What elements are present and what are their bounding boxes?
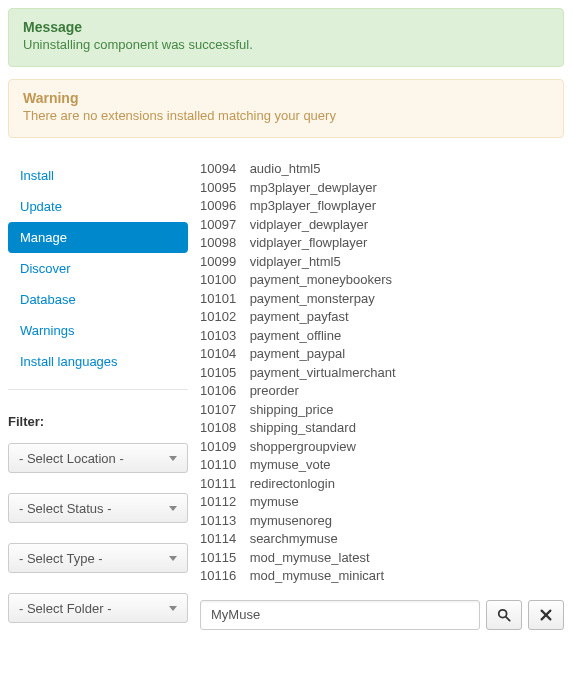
alert-success: Message Uninstalling component was succe…	[8, 8, 564, 67]
close-icon	[539, 608, 553, 622]
list-item-id: 10104	[200, 345, 246, 364]
list-item-name: redirectonlogin	[250, 476, 335, 491]
list-item-name: searchmymuse	[250, 531, 338, 546]
list-item: 10109 shoppergroupview	[200, 438, 564, 457]
list-item-id: 10105	[200, 364, 246, 383]
list-item-name: payment_monsterpay	[250, 291, 375, 306]
clear-button[interactable]	[528, 600, 564, 630]
list-item-name: mymuse	[250, 494, 299, 509]
list-item-id: 10100	[200, 271, 246, 290]
list-item-id: 10101	[200, 290, 246, 309]
list-item-id: 10107	[200, 401, 246, 420]
list-item-name: mp3player_flowplayer	[250, 198, 376, 213]
list-item-id: 10099	[200, 253, 246, 272]
sidebar-item-discover[interactable]: Discover	[8, 253, 188, 284]
alert-warning: Warning There are no extensions installe…	[8, 79, 564, 138]
list-item: 10107 shipping_price	[200, 401, 564, 420]
list-item: 10103 payment_offline	[200, 327, 564, 346]
list-item: 10098 vidplayer_flowplayer	[200, 234, 564, 253]
list-item-id: 10110	[200, 456, 246, 475]
sidebar-item-install-languages[interactable]: Install languages	[8, 346, 188, 377]
list-item-name: vidplayer_dewplayer	[250, 217, 369, 232]
list-item-id: 10116	[200, 567, 246, 586]
list-item: 10111 redirectonlogin	[200, 475, 564, 494]
list-item: 10094 audio_html5	[200, 160, 564, 179]
filter-location-value: - Select Location -	[19, 451, 124, 466]
list-item-name: vidplayer_flowplayer	[250, 235, 368, 250]
sidebar: Install Update Manage Discover Database …	[8, 160, 188, 643]
list-item: 10096 mp3player_flowplayer	[200, 197, 564, 216]
list-item: 10115 mod_mymuse_latest	[200, 549, 564, 568]
list-item-id: 10096	[200, 197, 246, 216]
list-item: 10114 searchmymuse	[200, 530, 564, 549]
list-item-id: 10106	[200, 382, 246, 401]
list-item-id: 10102	[200, 308, 246, 327]
chevron-down-icon	[169, 606, 177, 611]
list-item: 10102 payment_payfast	[200, 308, 564, 327]
sidebar-item-update[interactable]: Update	[8, 191, 188, 222]
alert-success-title: Message	[23, 19, 549, 35]
list-item-id: 10109	[200, 438, 246, 457]
list-item-name: preorder	[250, 383, 299, 398]
filter-folder-select[interactable]: - Select Folder -	[8, 593, 188, 623]
list-item-name: mod_mymuse_latest	[250, 550, 370, 565]
alert-warning-text: There are no extensions installed matchi…	[23, 108, 549, 123]
filter-type-value: - Select Type -	[19, 551, 103, 566]
extension-list: 10094 audio_html510095 mp3player_dewplay…	[200, 160, 564, 586]
list-item: 10097 vidplayer_dewplayer	[200, 216, 564, 235]
list-item: 10099 vidplayer_html5	[200, 253, 564, 272]
alert-success-text: Uninstalling component was successful.	[23, 37, 549, 52]
filter-type-select[interactable]: - Select Type -	[8, 543, 188, 573]
list-item-name: mymuse_vote	[250, 457, 331, 472]
alert-warning-title: Warning	[23, 90, 549, 106]
list-item-name: payment_moneybookers	[250, 272, 392, 287]
list-item-id: 10115	[200, 549, 246, 568]
list-item: 10101 payment_monsterpay	[200, 290, 564, 309]
list-item: 10116 mod_mymuse_minicart	[200, 567, 564, 586]
list-item-name: payment_offline	[250, 328, 342, 343]
list-item-id: 10111	[200, 475, 246, 494]
filter-location-select[interactable]: - Select Location -	[8, 443, 188, 473]
list-item-name: shipping_price	[250, 402, 334, 417]
sidebar-item-database[interactable]: Database	[8, 284, 188, 315]
list-item-id: 10098	[200, 234, 246, 253]
chevron-down-icon	[169, 456, 177, 461]
list-item: 10100 payment_moneybookers	[200, 271, 564, 290]
list-item-name: payment_paypal	[250, 346, 345, 361]
list-item-name: mod_mymuse_minicart	[250, 568, 384, 583]
list-item-id: 10097	[200, 216, 246, 235]
sidebar-item-install[interactable]: Install	[8, 160, 188, 191]
chevron-down-icon	[169, 506, 177, 511]
list-item-name: payment_payfast	[250, 309, 349, 324]
list-item-name: mymusenoreg	[250, 513, 332, 528]
search-input[interactable]	[200, 600, 480, 630]
list-item: 10113 mymusenoreg	[200, 512, 564, 531]
sidebar-item-warnings[interactable]: Warnings	[8, 315, 188, 346]
filter-status-select[interactable]: - Select Status -	[8, 493, 188, 523]
list-item-id: 10094	[200, 160, 246, 179]
list-item-id: 10095	[200, 179, 246, 198]
search-button[interactable]	[486, 600, 522, 630]
sidebar-item-manage[interactable]: Manage	[8, 222, 188, 253]
list-item-name: audio_html5	[250, 161, 321, 176]
list-item-name: vidplayer_html5	[250, 254, 341, 269]
list-item: 10112 mymuse	[200, 493, 564, 512]
list-item-id: 10114	[200, 530, 246, 549]
list-item-id: 10103	[200, 327, 246, 346]
list-item-name: shoppergroupview	[250, 439, 356, 454]
filter-folder-value: - Select Folder -	[19, 601, 111, 616]
list-item: 10095 mp3player_dewplayer	[200, 179, 564, 198]
list-item-name: payment_virtualmerchant	[250, 365, 396, 380]
list-item-name: shipping_standard	[250, 420, 356, 435]
list-item-id: 10108	[200, 419, 246, 438]
filter-status-value: - Select Status -	[19, 501, 111, 516]
list-item: 10105 payment_virtualmerchant	[200, 364, 564, 383]
list-item-name: mp3player_dewplayer	[250, 180, 377, 195]
svg-line-1	[506, 616, 510, 620]
search-icon	[497, 608, 511, 622]
list-item: 10104 payment_paypal	[200, 345, 564, 364]
filter-heading: Filter:	[8, 414, 188, 429]
list-item: 10108 shipping_standard	[200, 419, 564, 438]
chevron-down-icon	[169, 556, 177, 561]
content: 10094 audio_html510095 mp3player_dewplay…	[200, 160, 564, 643]
